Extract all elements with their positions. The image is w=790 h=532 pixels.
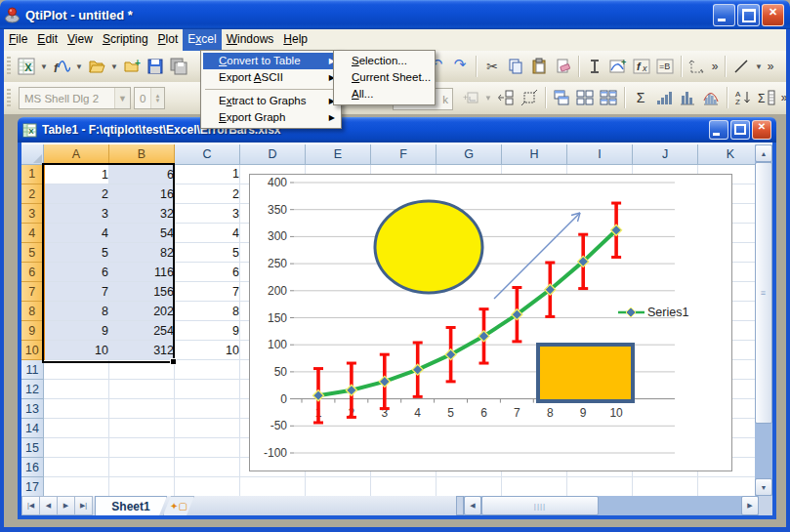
menu-item-export-graph[interactable]: Export Graph▶: [203, 109, 339, 126]
cell-A4[interactable]: 4: [44, 224, 109, 243]
cell-C17[interactable]: [175, 477, 240, 497]
row-header-1[interactable]: 1: [21, 164, 44, 184]
overflow-icon[interactable]: »: [710, 56, 720, 77]
row-header-9[interactable]: 9: [21, 321, 44, 341]
cell-E17[interactable]: [306, 477, 371, 497]
menu-file[interactable]: File: [4, 29, 32, 51]
chart-object[interactable]: 400350300250200150100500-50-100123456789…: [249, 174, 732, 471]
bars-icon[interactable]: [677, 87, 698, 108]
column-header-K[interactable]: K: [698, 144, 764, 164]
menu-item-export-ascii[interactable]: Export ASCII▶: [203, 69, 339, 86]
caret-icon[interactable]: ▼: [109, 56, 119, 77]
menu-excel[interactable]: Excel: [183, 29, 221, 51]
line-tool-icon[interactable]: [730, 56, 752, 77]
function-plot-icon[interactable]: f: [51, 56, 72, 77]
arrange-layers-icon[interactable]: [495, 87, 517, 108]
cell-A13[interactable]: [44, 399, 109, 419]
toolbar-grip[interactable]: [7, 57, 11, 76]
horizontal-scrollbar[interactable]: ◀ |||| ▶: [456, 496, 772, 515]
row-header-15[interactable]: 15: [21, 438, 44, 458]
column-header-A[interactable]: A: [44, 144, 109, 164]
cell-C9[interactable]: 9: [175, 321, 240, 341]
cell-C15[interactable]: [175, 438, 240, 458]
cell-B4[interactable]: 54: [109, 224, 175, 243]
row-header-7[interactable]: 7: [21, 282, 44, 302]
font-size-spinner[interactable]: 0 ▲▼: [134, 87, 165, 109]
cell-C16[interactable]: [175, 458, 240, 477]
cell-B13[interactable]: [109, 399, 175, 419]
minimize-button[interactable]: [713, 4, 735, 26]
sort-az-icon[interactable]: AZ: [732, 87, 754, 108]
cell-C10[interactable]: 10: [175, 341, 240, 360]
cell-B3[interactable]: 32: [109, 204, 175, 224]
cell-I17[interactable]: [567, 477, 633, 497]
cell-B2[interactable]: 16: [109, 184, 175, 204]
doc-close-button[interactable]: ✕: [752, 120, 771, 140]
menu-help[interactable]: Help: [278, 29, 312, 51]
menu-item-current-sheet[interactable]: Current Sheet...: [336, 69, 433, 86]
cell-A8[interactable]: 8: [44, 302, 109, 321]
main-titlebar[interactable]: QtiPlot - untitled * ✕: [0, 0, 790, 29]
insert-sheet-button[interactable]: ✦▢: [163, 496, 194, 515]
add-function-curve-icon[interactable]: +: [607, 56, 629, 77]
caret-icon[interactable]: ▼: [39, 56, 49, 77]
cell-C11[interactable]: [175, 360, 240, 380]
maximize-button[interactable]: [737, 4, 760, 26]
column-header-I[interactable]: I: [567, 144, 633, 164]
horizontal-scroll-thumb[interactable]: ||||: [481, 496, 599, 515]
fx-icon[interactable]: fx: [631, 56, 652, 77]
scroll-down-icon[interactable]: ▼: [755, 478, 772, 496]
cell-B12[interactable]: [109, 380, 175, 399]
first-sheet-button[interactable]: |◀: [21, 496, 40, 515]
paste-icon[interactable]: [528, 56, 550, 77]
column-header-F[interactable]: F: [371, 144, 437, 164]
caret-icon[interactable]: ▼: [754, 56, 764, 77]
toolbar-grip[interactable]: [7, 89, 11, 108]
select-all-corner[interactable]: [21, 144, 44, 164]
cell-B14[interactable]: [109, 419, 175, 438]
menu-scripting[interactable]: Scripting: [98, 29, 153, 51]
cell-B9[interactable]: 254: [109, 321, 175, 341]
copy-icon[interactable]: [505, 56, 526, 77]
vertical-scrollbar[interactable]: ▲ ≡ ▼: [755, 144, 772, 496]
cell-A9[interactable]: 9: [44, 321, 109, 341]
cell-C6[interactable]: 6: [175, 263, 240, 282]
row-header-2[interactable]: 2: [21, 184, 44, 204]
cell-B6[interactable]: 116: [109, 263, 175, 282]
cell-B11[interactable]: [109, 360, 175, 380]
resize-canvas-icon[interactable]: [519, 87, 540, 108]
cell-J17[interactable]: [633, 477, 698, 497]
overflow-icon[interactable]: »: [766, 56, 775, 77]
cell-B10[interactable]: 312: [109, 341, 175, 360]
folder-add-icon[interactable]: +: [121, 56, 143, 77]
cell-C3[interactable]: 3: [175, 204, 240, 224]
row-header-5[interactable]: 5: [21, 243, 44, 263]
column-header-J[interactable]: J: [633, 144, 698, 164]
windows-tile-icon[interactable]: [574, 87, 596, 108]
cell-A2[interactable]: 2: [44, 184, 109, 204]
prev-sheet-button[interactable]: ◀: [40, 496, 58, 515]
cell-G17[interactable]: [437, 477, 502, 497]
menu-view[interactable]: View: [62, 29, 98, 51]
doc-titlebar[interactable]: X Table1 - F:\qtiplot\test\Excel\ErrorBa…: [18, 117, 776, 143]
cell-C12[interactable]: [175, 380, 240, 399]
row-header-4[interactable]: 4: [21, 224, 44, 243]
menu-item-all[interactable]: All...: [336, 86, 433, 102]
set-column-values-icon[interactable]: =B: [654, 56, 676, 77]
row-header-17[interactable]: 17: [21, 477, 44, 497]
cell-B15[interactable]: [109, 438, 175, 458]
cell-H17[interactable]: [502, 477, 567, 497]
cell-A7[interactable]: 7: [44, 282, 109, 302]
row-header-11[interactable]: 11: [21, 360, 44, 380]
row-header-16[interactable]: 16: [21, 458, 44, 477]
cell-A14[interactable]: [44, 419, 109, 438]
cell-A10[interactable]: 10: [44, 341, 109, 360]
caret-icon[interactable]: ▼: [74, 56, 84, 77]
cell-C1[interactable]: 1: [175, 164, 240, 184]
doc-maximize-button[interactable]: [730, 120, 750, 140]
scroll-left-icon[interactable]: ◀: [464, 496, 481, 515]
cell-F17[interactable]: [371, 477, 437, 497]
vertical-scroll-thumb[interactable]: ≡: [755, 162, 772, 424]
tab-split-handle[interactable]: [456, 496, 464, 515]
cell-C4[interactable]: 4: [175, 224, 240, 243]
